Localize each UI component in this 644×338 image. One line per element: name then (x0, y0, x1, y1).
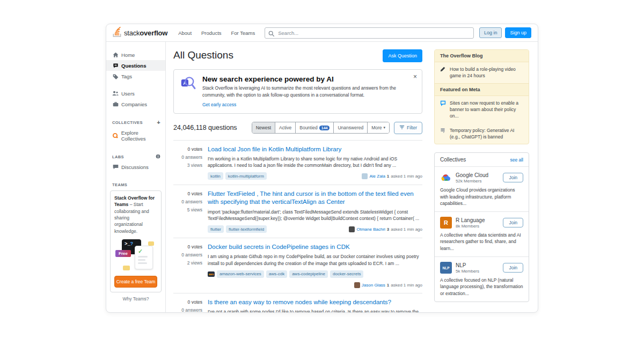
avatar[interactable] (349, 226, 355, 232)
sidebar-item-label: Explore Collectives (121, 130, 163, 142)
nav-for-teams[interactable]: For Teams (227, 28, 260, 38)
tab-bountied[interactable]: Bountied144 (295, 122, 333, 133)
aws-collective-icon: aws (208, 271, 215, 277)
questions-icon (112, 63, 119, 69)
nav-about[interactable]: About (174, 28, 196, 38)
sidebar-item-discussions[interactable]: Discussions (106, 161, 165, 172)
ask-question-button[interactable]: Ask Question (383, 49, 422, 62)
question-title-link[interactable]: Flutter TextFieled , The hint and cursor… (208, 190, 422, 206)
question-attribution: Otmane Bachri 3 asked 1 min ago (349, 226, 422, 232)
question-title-link[interactable]: Docker build secrets in CodePipeline sta… (208, 243, 422, 251)
chat-bubble-icon (123, 266, 130, 270)
collectives-section-header: COLLECTIVES + (106, 118, 165, 127)
right-sidebar: The Overflow Blog How to build a role-pl… (430, 42, 538, 313)
close-icon[interactable]: × (413, 74, 417, 80)
sort-tab-group: Newest Active Bountied144 Unanswered Mor… (252, 122, 390, 134)
chat-bubble-icon (148, 241, 154, 246)
collective-members: 5k Members (456, 269, 499, 274)
comment-icon (440, 100, 446, 120)
tag-aws-codepipeline[interactable]: aws-codepipeline (289, 270, 328, 278)
collective-description: A collective where data scientists and A… (440, 232, 523, 252)
question-title-link[interactable]: Is there an easy way to remove nodes whi… (208, 298, 422, 306)
sidebar-item-home[interactable]: Home (106, 49, 165, 60)
collective-name-link[interactable]: Google Cloud (456, 172, 499, 178)
bounty-count-badge: 144 (319, 126, 330, 130)
add-collective-icon[interactable]: + (157, 120, 160, 126)
avatar[interactable] (354, 282, 360, 288)
tag-aws-cdk[interactable]: aws-cdk (266, 270, 287, 278)
stackoverflow-logo[interactable]: stackoverflow (113, 26, 167, 39)
question-row: 0 votes 0 answers 2 views Docker build s… (173, 238, 422, 293)
question-stats: 0 votes 0 answers 5 views (173, 190, 202, 233)
question-excerpt: I've got a graph with some nodes I'd lik… (208, 308, 422, 313)
stack-exchange-icon (440, 127, 446, 141)
sidebar-item-questions[interactable]: Questions (106, 60, 165, 71)
nav-products[interactable]: Products (197, 28, 226, 38)
teams-section-header: TEAMS (106, 181, 165, 189)
page-title: All Questions (173, 49, 233, 61)
discussions-icon (112, 164, 119, 170)
meta-item[interactable]: Sites can now request to enable a banner… (435, 96, 529, 123)
info-icon[interactable] (156, 154, 160, 160)
question-excerpt: I am using a private Github repo in my C… (208, 253, 422, 267)
tag-kotlin-multiplatform[interactable]: kotlin-multiplatform (225, 172, 267, 180)
get-early-access-link[interactable]: Get early access (202, 102, 236, 107)
tag-amazon-web-services[interactable]: amazon-web-services (217, 270, 264, 278)
sidebar-item-users[interactable]: Users (106, 88, 165, 99)
join-button[interactable]: Join (503, 218, 523, 227)
sidebar-item-label: Questions (121, 63, 146, 69)
meta-item[interactable]: Temporary policy: Generative AI (e.g., C… (435, 123, 529, 144)
see-all-link[interactable]: see all (510, 157, 523, 163)
signup-button[interactable]: Sign up (505, 27, 531, 38)
collective-name-link[interactable]: R Language (456, 217, 499, 223)
tag-flutter-textformfield[interactable]: flutter-textformfield (226, 225, 267, 233)
sidebar-item-tags[interactable]: Tags (106, 71, 165, 82)
tab-more[interactable]: More▾ (367, 122, 389, 133)
login-button[interactable]: Log in (479, 27, 502, 38)
asked-time: asked 1 min ago (391, 227, 422, 232)
blog-item[interactable]: How to build a role-playing video game i… (435, 62, 529, 83)
sidebar-item-companies[interactable]: Companies (106, 99, 165, 109)
question-stats: 0 votes 0 answers 3 views (173, 145, 202, 180)
tab-unanswered[interactable]: Unanswered (333, 122, 367, 133)
user-link[interactable]: Ale Zala (369, 174, 385, 179)
join-button[interactable]: Join (503, 263, 523, 273)
collective-description: A collective focused on NLP (natural lan… (440, 277, 523, 297)
tag-docker-secrets[interactable]: docker-secrets (330, 270, 363, 278)
collective-google-cloud: Google Cloud 52k Members Join Google Clo… (435, 167, 529, 212)
tag-icon (112, 74, 119, 79)
tag-flutter[interactable]: flutter (208, 225, 224, 233)
tab-newest[interactable]: Newest (252, 122, 275, 133)
user-reputation: 1 (387, 174, 389, 179)
top-navigation-bar: stackoverflow About Products For Teams L… (106, 24, 538, 42)
create-free-team-button[interactable]: Create a free Team (114, 276, 157, 288)
tag-kotlin[interactable]: kotlin (208, 172, 223, 180)
tab-active[interactable]: Active (275, 122, 295, 133)
collective-name-link[interactable]: NLP (456, 262, 499, 268)
why-teams-link[interactable]: Why Teams? (106, 296, 165, 302)
user-link[interactable]: Otmane Bachri (356, 227, 385, 232)
sidebar-item-label: Tags (121, 74, 132, 79)
stackoverflow-window: stackoverflow About Products For Teams L… (106, 24, 538, 313)
sidebar-item-label: Discussions (121, 164, 149, 170)
question-title-link[interactable]: Load local Json file in Kotlin Multiplat… (208, 145, 422, 153)
search-input[interactable] (265, 27, 474, 39)
avatar[interactable] (362, 173, 368, 179)
search-icon (268, 30, 275, 39)
stackoverflow-logo-text: stackoverflow (124, 29, 167, 37)
question-excerpt: import 'package:flutter/material.dart'; … (208, 209, 422, 223)
join-button[interactable]: Join (503, 173, 523, 182)
filter-button[interactable]: Filter (394, 122, 422, 134)
stackoverflow-logo-icon (113, 26, 122, 39)
left-sidebar: Home Questions Tags Users (106, 42, 166, 313)
collective-members: 8k Members (456, 224, 499, 229)
sidebar-item-explore-collectives[interactable]: Explore Collectives (106, 127, 165, 144)
briefcase-icon (112, 101, 119, 107)
asked-time: asked 1 min ago (391, 174, 422, 179)
users-icon (112, 91, 119, 96)
user-link[interactable]: Jason Glass (362, 283, 385, 288)
collective-nlp: NLP NLP 5k Members Join A collective foc… (435, 257, 529, 302)
blog-widget-header: The Overflow Blog (435, 50, 529, 62)
question-row: 0 votes 0 answers 3 views Load local Jso… (173, 140, 422, 185)
sidebar-item-label: Home (121, 52, 135, 58)
